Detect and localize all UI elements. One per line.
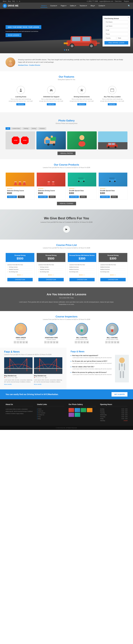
footer-link-courses[interactable]: Our Courses bbox=[37, 412, 65, 414]
google-icon[interactable]: g bbox=[23, 341, 25, 344]
detail-button-2[interactable]: DETAIL bbox=[49, 196, 56, 198]
phone-input[interactable] bbox=[104, 32, 128, 36]
linkedin-icon[interactable]: in bbox=[20, 341, 22, 344]
email-icon-3[interactable]: @ bbox=[86, 341, 89, 344]
feature-readmore-2[interactable]: Read More bbox=[47, 103, 56, 106]
about-link[interactable]: About bbox=[3, 0, 6, 2]
nav-pages[interactable]: Pages ▾ bbox=[60, 4, 67, 8]
slider-dot-1[interactable] bbox=[64, 50, 65, 50]
nav-teachers[interactable]: Teachers ▾ bbox=[79, 4, 88, 8]
pricing-section: Course Price List Lessons From just $20 … bbox=[0, 240, 133, 287]
detail-button-1[interactable]: DETAIL bbox=[18, 196, 25, 198]
close-icon[interactable]: ✕ bbox=[128, 16, 129, 18]
book-lesson-button[interactable]: BOOK LESSON bbox=[6, 33, 22, 37]
email-input[interactable] bbox=[104, 28, 128, 32]
google-icon-4[interactable]: g bbox=[114, 341, 116, 344]
twitter-icon-3[interactable]: t bbox=[78, 341, 80, 344]
google-icon-2[interactable]: g bbox=[53, 341, 55, 344]
choose-plan-button-1[interactable]: CHOOSE PLAN bbox=[7, 278, 33, 281]
email-icon-2[interactable]: @ bbox=[56, 341, 58, 344]
nav-contact[interactable]: Contact ▾ bbox=[98, 4, 106, 8]
nav-home[interactable]: Home ▾ bbox=[41, 4, 47, 8]
blog-readmore-1[interactable]: READ MORE bbox=[4, 384, 12, 385]
linkedin-icon-3[interactable]: in bbox=[80, 341, 83, 344]
footer-link-about[interactable]: About Us bbox=[37, 410, 65, 412]
gallery-item-4[interactable] bbox=[98, 132, 127, 150]
footer-thumb-3[interactable] bbox=[81, 408, 86, 412]
book-now-button-4[interactable]: BOOK NOW bbox=[100, 196, 110, 198]
view-all-photos-button[interactable]: VIEW ALL PHOTOS bbox=[58, 152, 75, 155]
login-link[interactable]: Client Area bbox=[115, 0, 121, 2]
nav-courses[interactable]: Courses ▾ bbox=[49, 4, 58, 8]
facebook-icon-3[interactable]: f bbox=[75, 341, 77, 344]
footer-thumb-2[interactable] bbox=[75, 408, 80, 412]
nav-gallery[interactable]: Gallery ▾ bbox=[69, 4, 77, 8]
choose-plan-button-4[interactable]: CHOOSE PLAN bbox=[100, 278, 126, 281]
footer-link-contact[interactable]: Contact Us bbox=[37, 414, 65, 416]
instructor-social-4: f t in g @ bbox=[98, 341, 126, 344]
linkedin-icon-4[interactable]: in bbox=[111, 341, 113, 344]
feature-readmore-1[interactable]: Read More bbox=[16, 103, 25, 106]
twitter-link[interactable]: 𝕏 bbox=[17, 0, 18, 2]
twitter-icon[interactable]: t bbox=[17, 341, 19, 344]
footer-thumb-6[interactable] bbox=[75, 413, 80, 417]
gallery-tab-parking[interactable]: Parking bbox=[22, 127, 30, 130]
country-input[interactable] bbox=[104, 36, 116, 40]
svg-point-47 bbox=[49, 326, 53, 330]
state-input[interactable] bbox=[117, 36, 128, 40]
free-lesson-button[interactable]: FREE DRIVING LESSON bbox=[104, 41, 128, 44]
interested-body: Lorem ipsum. Proin gravida nibh vel veli… bbox=[18, 301, 115, 306]
footer-thumb-4[interactable] bbox=[87, 408, 92, 412]
blog-readmore-2[interactable]: READ MORE bbox=[34, 384, 42, 385]
slider-dot-2[interactable] bbox=[66, 50, 67, 50]
facebook-icon-2[interactable]: f bbox=[44, 341, 47, 344]
faq-link[interactable]: FAQ bbox=[12, 0, 15, 2]
course-price-2: $500 bbox=[38, 192, 64, 194]
feature-readmore-3[interactable]: Read More bbox=[77, 103, 86, 106]
gallery-tab-control[interactable]: Control Class bbox=[11, 127, 22, 130]
linkedin-icon-2[interactable]: in bbox=[50, 341, 53, 344]
footer-link-blog[interactable]: Blog bbox=[37, 418, 65, 420]
gallery-item-1[interactable]: STOP STOP bbox=[6, 132, 35, 150]
facebook-icon-4[interactable]: f bbox=[105, 341, 108, 344]
last-name-input[interactable] bbox=[104, 24, 128, 28]
book-now-button-1[interactable]: BOOK NOW bbox=[7, 196, 17, 198]
footer-thumb-1[interactable] bbox=[69, 408, 74, 412]
email-icon[interactable]: @ bbox=[25, 341, 28, 344]
svg-rect-83 bbox=[120, 371, 121, 378]
view-all-courses-button[interactable]: VIEW ALL COURSES bbox=[57, 202, 76, 205]
choose-plan-button-2[interactable]: CHOOSE PLAN bbox=[38, 278, 64, 281]
twitter-icon-2[interactable]: t bbox=[47, 341, 50, 344]
detail-button-3[interactable]: DETAIL bbox=[80, 196, 87, 198]
detail-button-4[interactable]: DETAIL bbox=[111, 196, 118, 198]
gallery-item-3[interactable] bbox=[67, 132, 97, 150]
play-button[interactable]: ▶ bbox=[63, 226, 70, 233]
gallery-tab-driving[interactable]: Driving bbox=[30, 127, 38, 130]
google-icon-3[interactable]: g bbox=[83, 341, 86, 344]
gallery-tab-products[interactable]: Products bbox=[38, 127, 46, 130]
first-name-input[interactable] bbox=[104, 20, 128, 24]
feature-readmore-4[interactable]: Read More bbox=[108, 103, 117, 106]
nav-blog[interactable]: Blog ▾ bbox=[90, 4, 96, 8]
footer-link-faq[interactable]: FAQ bbox=[37, 416, 65, 418]
get-quote-button[interactable]: GET A QUOTE bbox=[111, 392, 127, 396]
search-icon[interactable]: 🔍 bbox=[128, 5, 130, 7]
book-now-button-2[interactable]: BOOK NOW bbox=[38, 196, 48, 198]
blog-link[interactable]: Blog bbox=[8, 0, 11, 2]
facebook-icon[interactable]: f bbox=[14, 341, 16, 344]
gallery-tab-all[interactable]: All bbox=[6, 127, 10, 130]
footer-link-home[interactable]: Home bbox=[37, 408, 65, 410]
book-now-button-3[interactable]: BOOK NOW bbox=[69, 196, 79, 198]
slider-dot-3[interactable] bbox=[68, 50, 69, 50]
feature-title-3: Driving Achievements bbox=[69, 96, 94, 98]
register-link[interactable]: Register bbox=[124, 0, 129, 2]
footer-thumb-5[interactable] bbox=[69, 413, 74, 417]
linkedin-link[interactable]: in bbox=[19, 0, 20, 2]
gallery-item-2[interactable] bbox=[36, 132, 66, 150]
choose-plan-button-3[interactable]: CHOOSE PLAN bbox=[69, 278, 95, 281]
email-icon-4[interactable]: @ bbox=[117, 341, 119, 344]
feature-desc-1: This is a short desc and it should say e… bbox=[8, 98, 33, 102]
course-stars-2: ★★★★☆ bbox=[38, 188, 64, 189]
twitter-icon-4[interactable]: t bbox=[108, 341, 110, 344]
cta-banner: You can easily find our Driving School i… bbox=[0, 389, 133, 399]
